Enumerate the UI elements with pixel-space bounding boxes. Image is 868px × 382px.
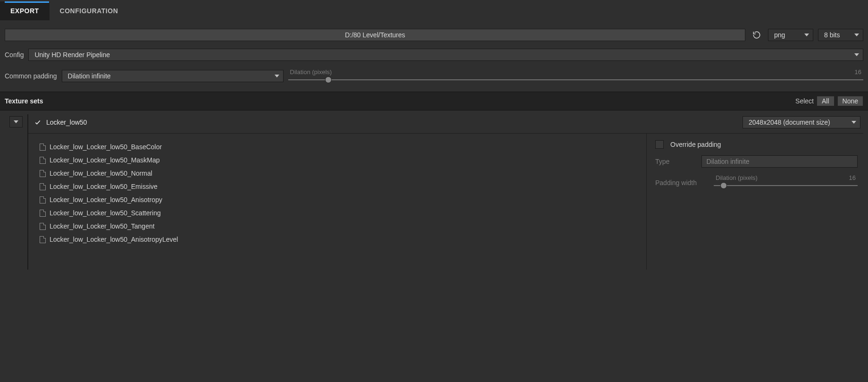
file-icon — [40, 236, 46, 243]
texture-file-name: Locker_low_Locker_low50_Tangent — [50, 222, 155, 230]
select-label: Select — [795, 97, 814, 105]
texture-file-item[interactable]: Locker_low_Locker_low50_MaskMap — [40, 153, 643, 167]
type-label: Type — [655, 158, 695, 165]
config-label: Config — [5, 51, 24, 59]
select-all-button[interactable]: All — [817, 96, 835, 106]
file-icon — [40, 210, 46, 217]
texture-file-name: Locker_low_Locker_low50_AnisotropyLevel — [50, 236, 178, 243]
bitdepth-value: 8 bits — [824, 31, 840, 39]
bitdepth-select[interactable]: 8 bits — [818, 29, 863, 41]
texture-file-list: Locker_low_Locker_low50_BaseColorLocker_… — [28, 134, 646, 270]
file-icon — [40, 223, 46, 230]
texture-file-item[interactable]: Locker_low_Locker_low50_AnisotropyLevel — [40, 233, 643, 246]
override-panel: Override padding Type Dilation infinite … — [646, 134, 863, 270]
file-icon — [40, 157, 46, 164]
texture-file-item[interactable]: Locker_low_Locker_low50_Anisotropy — [40, 193, 643, 206]
config-value: Unity HD Render Pipeline — [34, 51, 110, 59]
padding-type-value: Dilation infinite — [707, 158, 750, 165]
padding-dilation-label: Dilation (pixels) — [716, 174, 758, 181]
texture-file-name: Locker_low_Locker_low50_BaseColor — [50, 143, 162, 151]
collapse-toggle[interactable] — [9, 116, 23, 127]
texture-file-item[interactable]: Locker_low_Locker_low50_Normal — [40, 167, 643, 180]
format-value: png — [774, 31, 785, 39]
texture-size-select[interactable]: 2048x2048 (document size) — [743, 116, 860, 128]
config-select[interactable]: Unity HD Render Pipeline — [28, 49, 863, 61]
texture-set-name: Locker_low50 — [46, 119, 87, 126]
select-none-button[interactable]: None — [837, 96, 863, 106]
texture-file-item[interactable]: Locker_low_Locker_low50_Scattering — [40, 206, 643, 220]
tab-strip: EXPORT CONFIGURATION — [0, 0, 868, 20]
format-select[interactable]: png — [768, 29, 813, 41]
texture-sets-header: Texture sets Select All None — [0, 92, 868, 110]
texture-sets-title: Texture sets — [5, 97, 43, 105]
texture-file-name: Locker_low_Locker_low50_MaskMap — [50, 156, 159, 164]
override-padding-label: Override padding — [670, 141, 721, 148]
chevron-down-icon — [804, 34, 809, 36]
common-padding-label: Common padding — [5, 72, 57, 80]
dilation-slider-block: Dilation (pixels) 16 — [288, 68, 863, 83]
texture-file-name: Locker_low_Locker_low50_Scattering — [50, 209, 161, 217]
texture-file-item[interactable]: Locker_low_Locker_low50_Emissive — [40, 180, 643, 193]
texture-file-name: Locker_low_Locker_low50_Anisotropy — [50, 196, 162, 204]
texture-size-value: 2048x2048 (document size) — [749, 119, 830, 126]
texture-file-item[interactable]: Locker_low_Locker_low50_BaseColor — [40, 140, 643, 153]
common-padding-select[interactable]: Dilation infinite — [62, 70, 284, 82]
file-icon — [40, 183, 46, 190]
export-path-field[interactable]: D:/80 Level/Textures — [5, 29, 745, 41]
chevron-down-icon — [854, 53, 859, 56]
refresh-icon — [752, 31, 761, 39]
texture-file-name: Locker_low_Locker_low50_Normal — [50, 170, 152, 177]
dilation-slider[interactable] — [288, 76, 863, 83]
dilation-label: Dilation (pixels) — [290, 68, 332, 76]
texture-file-name: Locker_low_Locker_low50_Emissive — [50, 183, 158, 190]
chevron-down-icon — [854, 34, 859, 36]
file-icon — [40, 170, 46, 177]
padding-dilation-slider-thumb[interactable] — [720, 182, 727, 189]
file-icon — [40, 144, 46, 151]
texture-file-item[interactable]: Locker_low_Locker_low50_Tangent — [40, 220, 643, 233]
chevron-down-icon — [275, 75, 279, 77]
dilation-slider-thumb[interactable] — [325, 76, 332, 83]
common-padding-value: Dilation infinite — [68, 72, 111, 80]
padding-dilation-slider[interactable] — [714, 182, 858, 189]
padding-width-label: Padding width — [655, 174, 707, 187]
chevron-down-icon — [14, 120, 18, 123]
refresh-button[interactable] — [750, 29, 763, 41]
dilation-value: 16 — [855, 68, 861, 76]
chevron-down-icon — [851, 121, 856, 124]
override-padding-checkbox[interactable] — [655, 140, 664, 149]
padding-dilation-value: 16 — [849, 174, 856, 181]
tab-configuration[interactable]: CONFIGURATION — [50, 1, 129, 20]
tab-export[interactable]: EXPORT — [0, 1, 50, 20]
set-checkbox[interactable] — [34, 119, 42, 126]
file-icon — [40, 196, 46, 204]
padding-type-select[interactable]: Dilation infinite — [701, 155, 858, 168]
